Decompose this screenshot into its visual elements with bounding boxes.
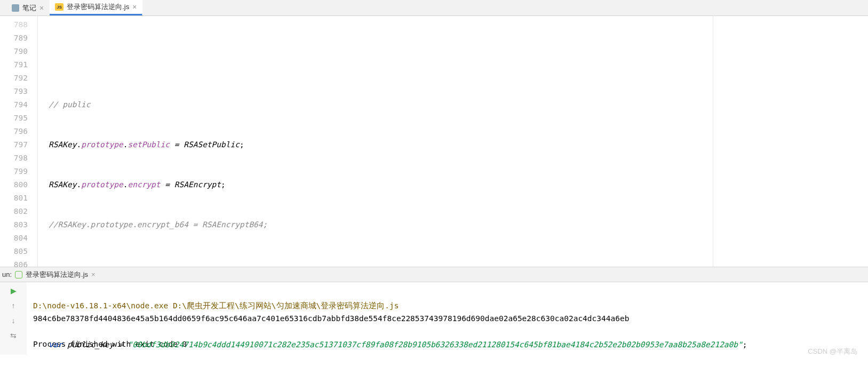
line-number: 795: [0, 111, 28, 125]
code-content[interactable]: // public RSAKey.prototype.setPublic = R…: [37, 16, 868, 267]
js-icon: JS: [55, 3, 63, 11]
tabs-bar: 笔记 × JS 登录密码算法逆向.js ×: [0, 0, 868, 16]
run-label: un:: [2, 270, 12, 278]
run-toolbar: ▶ ↑ ↓ ⇆: [0, 282, 27, 355]
line-number: 790: [0, 45, 28, 58]
line-number: 804: [0, 232, 28, 245]
line-number: 802: [0, 205, 28, 218]
line-number: 794: [0, 98, 28, 111]
line-number: 796: [0, 125, 28, 138]
line-number: 806: [0, 258, 28, 272]
line-number: 791: [0, 58, 28, 71]
scroll-down-button[interactable]: ↓: [8, 315, 19, 326]
line-number: 788: [0, 18, 28, 31]
nodejs-icon: [15, 271, 22, 278]
line-number: 801: [0, 192, 28, 205]
line-number: 803: [0, 218, 28, 232]
line-number: 792: [0, 71, 28, 85]
gutter: 788 789 790 791 792 793 794 795 796 797 …: [0, 16, 37, 267]
line-number: 798: [0, 151, 28, 165]
line-number: 797: [0, 138, 28, 151]
code-text: // public: [49, 100, 91, 109]
tab-notes[interactable]: 笔记 ×: [6, 0, 50, 15]
line-number: 800: [0, 178, 28, 192]
tab-label: 登录密码算法逆向.js: [67, 2, 129, 12]
tab-js-file[interactable]: JS 登录密码算法逆向.js ×: [50, 0, 142, 15]
right-margin-guide: [713, 16, 713, 267]
line-number: 789: [0, 31, 28, 45]
soft-wrap-button[interactable]: ⇆: [8, 330, 19, 341]
close-icon[interactable]: ×: [39, 4, 44, 12]
line-number: 805: [0, 245, 28, 258]
rerun-button[interactable]: ▶: [8, 285, 19, 296]
tab-label: 笔记: [22, 3, 36, 13]
markdown-icon: [12, 4, 19, 12]
editor[interactable]: 788 789 790 791 792 793 794 795 796 797 …: [0, 16, 868, 267]
scroll-up-button[interactable]: ↑: [8, 300, 19, 311]
line-number: 793: [0, 85, 28, 98]
close-icon[interactable]: ×: [132, 3, 137, 11]
line-number: 799: [0, 165, 28, 178]
